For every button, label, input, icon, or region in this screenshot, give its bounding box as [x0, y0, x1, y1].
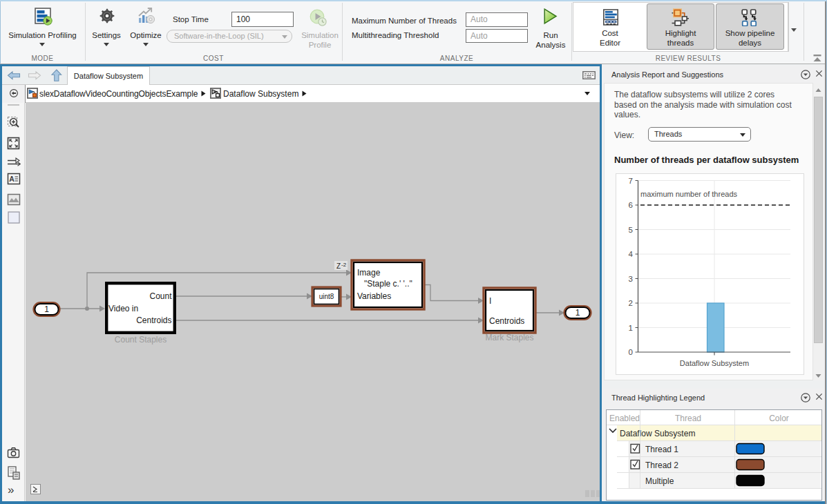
svg-text:Centroids: Centroids — [489, 316, 524, 326]
svg-text:1: 1 — [576, 308, 580, 318]
svg-text:Thread 2: Thread 2 — [645, 461, 678, 470]
svg-text:I: I — [489, 296, 491, 306]
svg-text:A: A — [9, 175, 15, 183]
svg-text:Thread: Thread — [675, 414, 701, 423]
svg-text:"Staple c.' '..": "Staple c.' '.." — [364, 279, 412, 289]
svg-text:5: 5 — [629, 226, 633, 234]
svg-text:-2: -2 — [341, 262, 347, 268]
svg-text:Image: Image — [357, 268, 381, 278]
svg-text:Z: Z — [336, 262, 341, 270]
svg-text:Centroids: Centroids — [136, 316, 171, 325]
svg-text:Count Staples: Count Staples — [115, 335, 167, 345]
svg-text:uint8: uint8 — [319, 293, 334, 300]
svg-text:3: 3 — [629, 275, 633, 283]
svg-text:Enabled: Enabled — [609, 414, 640, 423]
svg-text:Mark Staples: Mark Staples — [485, 333, 533, 342]
svg-text:Dataflow Subsystem: Dataflow Subsystem — [680, 359, 749, 367]
svg-text:6: 6 — [629, 201, 633, 209]
svg-text:maximum number of threads: maximum number of threads — [640, 190, 737, 198]
svg-text:Video in: Video in — [108, 304, 138, 313]
svg-text:Count: Count — [149, 291, 172, 301]
svg-text:Color: Color — [769, 414, 789, 423]
svg-text:1: 1 — [44, 304, 49, 314]
svg-text:2: 2 — [629, 299, 633, 307]
svg-text:7: 7 — [629, 177, 633, 185]
svg-text:1: 1 — [629, 324, 633, 332]
svg-text:Multiple: Multiple — [645, 476, 674, 486]
svg-text:Thread 1: Thread 1 — [645, 445, 678, 454]
svg-text:0: 0 — [629, 348, 633, 356]
svg-text:Variables: Variables — [357, 291, 391, 301]
svg-text:4: 4 — [629, 250, 634, 258]
svg-text:Dataflow Subsystem: Dataflow Subsystem — [620, 429, 695, 438]
